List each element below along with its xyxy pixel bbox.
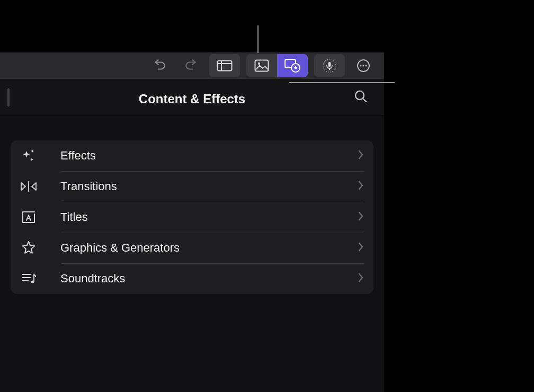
- list-item-label: Transitions: [60, 180, 358, 193]
- content-effects-icon: [284, 58, 301, 73]
- media-browser-button[interactable]: [246, 54, 277, 77]
- search-button[interactable]: [353, 89, 368, 106]
- chevron-right-icon: [358, 273, 364, 284]
- list-item-transitions[interactable]: Transitions: [11, 171, 373, 202]
- content-effects-panel: Content & Effects Effects: [0, 52, 384, 392]
- chevron-right-icon: [358, 211, 364, 223]
- svg-rect-0: [218, 61, 232, 71]
- list-item-label: Titles: [60, 210, 358, 224]
- redo-icon: [184, 59, 198, 73]
- svg-rect-8: [328, 62, 331, 67]
- list-item-label: Soundtracks: [60, 272, 358, 286]
- microphone-icon: [322, 58, 337, 73]
- inspector-pill: [209, 54, 240, 77]
- music-list-icon: [18, 268, 39, 289]
- svg-point-4: [258, 63, 260, 65]
- redo-button[interactable]: [175, 54, 206, 77]
- panel-handle[interactable]: [7, 88, 10, 106]
- undo-button[interactable]: [145, 54, 175, 77]
- transitions-icon: [18, 176, 39, 197]
- inspector-button[interactable]: [209, 54, 240, 77]
- chevron-right-icon: [358, 181, 364, 192]
- list-item-titles[interactable]: Titles: [11, 202, 373, 233]
- svg-point-11: [360, 65, 361, 66]
- browser-toggle-group: [246, 54, 308, 77]
- content-effects-button[interactable]: [277, 54, 308, 77]
- chevron-right-icon: [358, 242, 364, 254]
- svg-point-12: [362, 65, 364, 66]
- toolbar: [0, 52, 384, 79]
- voiceover-button[interactable]: [314, 54, 345, 77]
- list-item-label: Effects: [60, 149, 358, 163]
- sparkles-icon: [18, 145, 39, 166]
- list-item-soundtracks[interactable]: Soundtracks: [11, 263, 373, 294]
- panel-header: Content & Effects: [0, 79, 384, 116]
- voiceover-pill: [314, 54, 345, 77]
- chevron-right-icon: [358, 150, 364, 162]
- photo-icon: [254, 59, 269, 72]
- list-item-graphics[interactable]: Graphics & Generators: [11, 233, 373, 263]
- search-icon: [353, 89, 368, 104]
- callout-line-horizontal: [289, 82, 395, 83]
- svg-point-13: [365, 65, 367, 66]
- callout-line-vertical: [257, 25, 259, 53]
- inspector-icon: [217, 60, 233, 72]
- more-icon: [356, 58, 371, 73]
- panel-title: Content & Effects: [139, 92, 245, 106]
- svg-rect-3: [255, 60, 269, 72]
- content-area: Effects Transitions: [0, 116, 384, 392]
- svg-point-20: [31, 281, 34, 283]
- titles-icon: [18, 207, 39, 228]
- list-item-effects[interactable]: Effects: [11, 140, 373, 171]
- star-icon: [18, 237, 39, 259]
- list-item-label: Graphics & Generators: [60, 241, 358, 255]
- more-button[interactable]: [348, 54, 379, 77]
- undo-icon: [153, 59, 167, 73]
- category-list: Effects Transitions: [11, 140, 373, 294]
- svg-line-15: [363, 99, 366, 102]
